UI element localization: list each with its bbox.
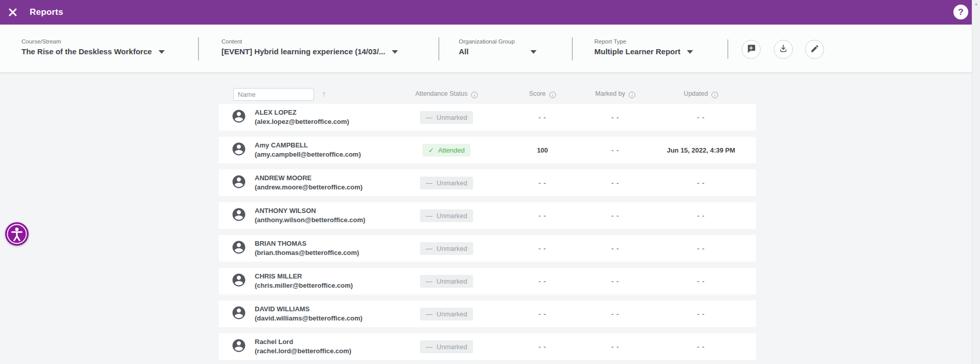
filter-content[interactable]: Content [EVENT] Hybrid learning experien… (221, 38, 398, 56)
column-header-marked-by: Marked byi (585, 90, 646, 99)
info-icon[interactable]: i (549, 92, 556, 98)
filter-course-stream[interactable]: Course/Stream The Rise of the Deskless W… (21, 38, 165, 56)
marked-by-value: - - (585, 114, 646, 121)
table-row[interactable]: ALEX LOPEZ (alex.lopez@betteroffice.com)… (219, 104, 756, 131)
status-mark-icon: — (426, 310, 433, 318)
column-header-attendance-status: Attendance Statusi (393, 90, 500, 99)
status-mark-icon: — (426, 343, 433, 351)
updated-value: - - (646, 212, 756, 220)
avatar (231, 141, 247, 159)
table-row[interactable]: CHRIS MILLER (chris.miller@betteroffice.… (219, 268, 756, 294)
status-mark-icon: — (426, 212, 433, 220)
table-header-row: ↑ Attendance Statusi Scorei Marked byi U… (219, 86, 756, 102)
edit-icon (810, 44, 819, 55)
avatar (231, 305, 247, 323)
sort-ascending-icon[interactable]: ↑ (322, 90, 326, 99)
filter-bar: Course/Stream The Rise of the Deskless W… (0, 25, 972, 73)
learner-name: ANDREW MOORE (255, 174, 393, 183)
help-button[interactable]: ? (953, 5, 968, 19)
info-icon[interactable]: i (629, 92, 635, 98)
learner-name: Amy CAMPBELL (255, 141, 393, 150)
updated-value: Jun 15, 2022, 4:39 PM (646, 146, 756, 154)
avatar (231, 272, 247, 290)
updated-value: - - (646, 310, 756, 318)
edit-button[interactable] (805, 40, 824, 59)
learner-email: (andrew.moore@betteroffice.com) (255, 183, 393, 192)
score-value: - - (500, 343, 585, 351)
status-mark-icon: — (426, 277, 433, 285)
table-row[interactable]: ANDREW MOORE (andrew.moore@betteroffice.… (219, 169, 756, 196)
learner-email: (rachel.lord@betteroffice.com) (255, 347, 393, 356)
learner-email: (amy.campbell@betteroffice.com) (255, 150, 393, 159)
marked-by-value: - - (585, 146, 646, 154)
status-mark-icon: — (426, 114, 433, 121)
table-row[interactable]: BRIAN THOMAS (brian.thomas@betteroffice.… (219, 235, 756, 262)
accessibility-button[interactable] (5, 222, 29, 246)
status-badge: — Unmarked (420, 308, 474, 320)
status-label: Unmarked (437, 343, 467, 351)
table-row[interactable]: Rachel Lord (rachel.lord@betteroffice.co… (219, 333, 756, 360)
learner-email: (anthony.wilson@betteroffice.com) (255, 216, 393, 225)
learner-name: Rachel Lord (255, 337, 393, 347)
vertical-scrollbar[interactable]: ▲ (972, 0, 980, 364)
column-header-updated: Updatedi (646, 90, 756, 99)
learner-name: BRIAN THOMAS (255, 239, 393, 248)
filter-organizational-group[interactable]: Organizational Group All (459, 38, 537, 56)
status-label: Unmarked (437, 310, 467, 318)
status-badge: ✓ Attended (422, 144, 471, 157)
download-icon (778, 44, 788, 55)
divider (198, 37, 199, 60)
score-value: - - (500, 179, 585, 187)
divider (727, 39, 728, 59)
score-value: - - (500, 310, 585, 318)
learner-email: (david.williams@betteroffice.com) (255, 314, 393, 323)
table-body: ALEX LOPEZ (alex.lopez@betteroffice.com)… (219, 104, 756, 360)
table-row[interactable]: Amy CAMPBELL (amy.campbell@betteroffice.… (219, 137, 756, 163)
learner-name: DAVID WILLIAMS (255, 305, 393, 314)
info-icon[interactable]: i (711, 92, 718, 98)
learner-name: CHRIS MILLER (255, 272, 393, 281)
score-value: - - (500, 212, 585, 220)
filter-label: Course/Stream (21, 38, 165, 45)
status-label: Unmarked (437, 245, 467, 252)
marked-by-value: - - (585, 343, 646, 351)
table-row[interactable]: DAVID WILLIAMS (david.williams@betteroff… (219, 301, 756, 327)
filter-report-type[interactable]: Report Type Multiple Learner Report (594, 38, 693, 56)
status-label: Unmarked (437, 114, 467, 121)
marked-by-value: - - (585, 212, 646, 220)
status-badge: — Unmarked (420, 242, 474, 255)
filter-label: Report Type (594, 38, 693, 45)
marked-by-value: - - (585, 277, 646, 285)
info-icon[interactable]: i (471, 92, 478, 98)
marked-by-value: - - (585, 179, 646, 187)
close-icon[interactable] (7, 6, 19, 18)
learner-email: (brian.thomas@betteroffice.com) (255, 248, 393, 258)
learner-email: (chris.miller@betteroffice.com) (255, 281, 393, 290)
dropdown-caret-icon[interactable] (159, 50, 165, 54)
avatar (231, 207, 247, 224)
marked-by-value: - - (585, 245, 646, 252)
updated-value: - - (646, 277, 756, 285)
status-label: Unmarked (437, 277, 467, 285)
avatar (231, 109, 247, 126)
divider (438, 37, 439, 60)
filter-label: Content (221, 38, 398, 45)
learner-email: (alex.lopez@betteroffice.com) (255, 117, 393, 126)
filter-value: Multiple Learner Report (594, 47, 680, 56)
filter-value: The Rise of the Deskless Workforce (21, 47, 152, 56)
app-header: Reports ? (0, 0, 972, 25)
status-badge: — Unmarked (420, 177, 474, 189)
add-note-button[interactable] (742, 40, 761, 59)
filter-label: Organizational Group (459, 38, 537, 45)
download-button[interactable] (774, 40, 793, 59)
learner-report-table: ↑ Attendance Statusi Scorei Marked byi U… (219, 73, 756, 364)
score-value: 100 (500, 146, 585, 154)
scroll-up-icon[interactable]: ▲ (972, 0, 980, 6)
updated-value: - - (646, 114, 756, 121)
dropdown-caret-icon[interactable] (687, 50, 693, 54)
updated-value: - - (646, 245, 756, 252)
name-search-input[interactable] (233, 88, 314, 101)
dropdown-caret-icon[interactable] (530, 50, 537, 54)
table-row[interactable]: ANTHONY WILSON (anthony.wilson@betteroff… (219, 202, 756, 229)
dropdown-caret-icon[interactable] (392, 50, 398, 54)
